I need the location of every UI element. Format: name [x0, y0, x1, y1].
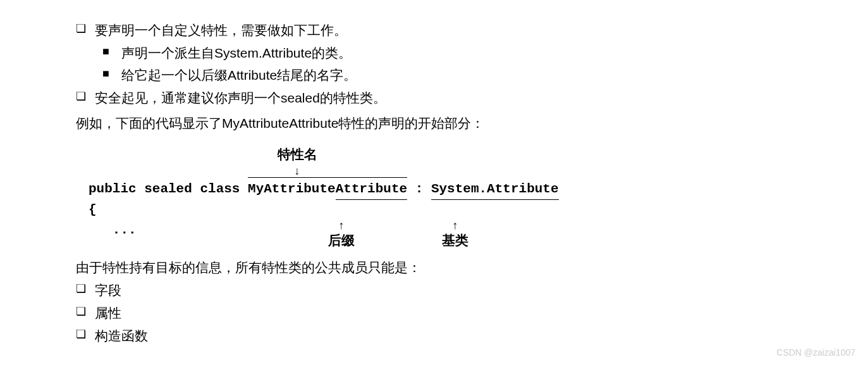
- paragraph-example: 例如，下面的代码显示了MyAttributeAttribute特性的声明的开始部…: [76, 112, 792, 135]
- bullet-text: 构造函数: [95, 325, 792, 347]
- hollow-square-icon: ❏: [76, 19, 95, 39]
- arrow-up-icon: ↑: [291, 220, 392, 232]
- bullet-text: 安全起见，通常建议你声明一个sealed的特性类。: [95, 87, 792, 109]
- bullet-text: 属性: [95, 302, 792, 325]
- code-separator: :: [407, 182, 431, 196]
- bullet-text: 要声明一个自定义特性，需要做如下工作。: [95, 19, 792, 42]
- annotation-suffix: 后缀: [291, 232, 392, 252]
- bullet-property: ❏ 属性: [76, 302, 792, 325]
- code-name-part1: MyAttribute: [248, 177, 336, 199]
- bullet-item-1: ❏ 要声明一个自定义特性，需要做如下工作。: [76, 19, 792, 42]
- arrow-up-icon: ↑: [392, 220, 518, 232]
- solid-square-icon: ■: [102, 64, 121, 84]
- paragraph-members: 由于特性持有目标的信息，所有特性类的公共成员只能是：: [76, 256, 792, 279]
- code-declaration-line: public sealed class MyAttributeAttribute…: [89, 177, 792, 201]
- bullet-text: 声明一个派生自System.Attribute的类。: [121, 42, 792, 65]
- code-brace: {: [89, 200, 792, 220]
- bullet-constructor: ❏ 构造函数: [76, 325, 792, 347]
- hollow-square-icon: ❏: [76, 87, 95, 106]
- bullet-item-2: ❏ 安全起见，通常建议你声明一个sealed的特性类。: [76, 87, 792, 109]
- bullet-text: 字段: [95, 279, 792, 302]
- bullet-text: 给它起一个以后缀Attribute结尾的名字。: [121, 64, 792, 87]
- code-diagram: 特性名 ↓ public sealed class MyAttributeAtt…: [89, 146, 792, 251]
- annotation-base-class: 基类: [392, 232, 518, 252]
- watermark: CSDN @zaizai1007: [776, 345, 855, 361]
- code-prefix: public sealed class: [89, 182, 248, 196]
- hollow-square-icon: ❏: [76, 279, 95, 299]
- sub-bullet-1b: ■ 给它起一个以后缀Attribute结尾的名字。: [76, 64, 792, 87]
- hollow-square-icon: ❏: [76, 325, 95, 344]
- hollow-square-icon: ❏: [76, 302, 95, 321]
- bullet-field: ❏ 字段: [76, 279, 792, 302]
- code-ellipsis: ...: [89, 220, 291, 240]
- code-name-suffix: Attribute: [336, 177, 407, 201]
- arrow-down-icon: ↓: [259, 166, 335, 177]
- sub-bullet-1a: ■ 声明一个派生自System.Attribute的类。: [76, 42, 792, 65]
- solid-square-icon: ■: [102, 42, 121, 61]
- annotation-attribute-name: 特性名: [259, 146, 335, 166]
- code-base-class: System.Attribute: [431, 179, 559, 201]
